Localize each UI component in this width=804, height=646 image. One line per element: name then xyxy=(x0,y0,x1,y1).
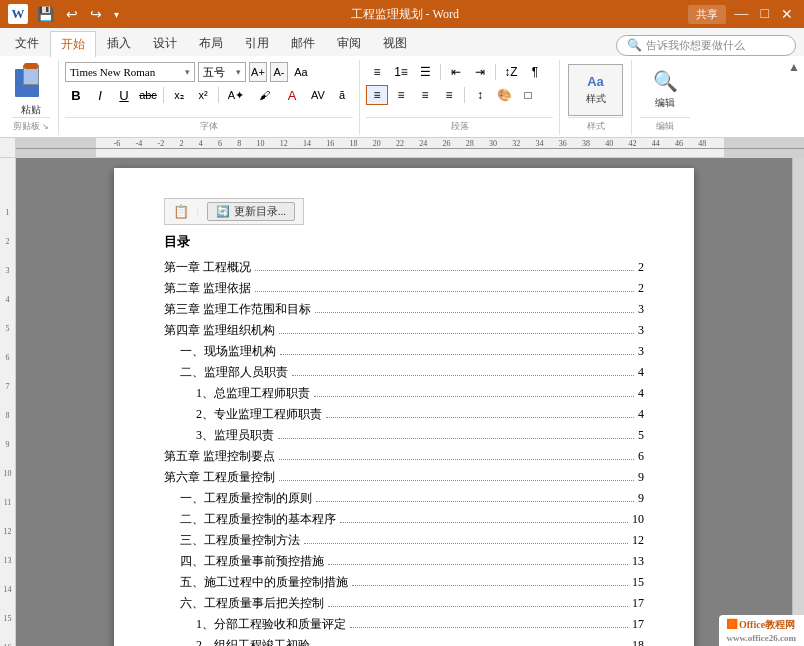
page-container[interactable]: 📋 | 🔄 更新目录... 目录 第一章 工程概况2第二章 监理依据2第三章 监… xyxy=(16,158,792,646)
subscript-btn[interactable]: x₂ xyxy=(168,85,190,105)
ruler-corner xyxy=(0,138,16,158)
paste-area: 粘贴 xyxy=(13,62,49,117)
tab-layout[interactable]: 布局 xyxy=(188,30,234,56)
toc-entry: 2、专业监理工程师职责4 xyxy=(164,404,644,425)
border-btn[interactable]: □ xyxy=(517,85,539,105)
line-spacing-btn[interactable]: ↕ xyxy=(469,85,491,105)
toc-entry-page: 2 xyxy=(638,257,644,278)
toc-entry-page: 17 xyxy=(632,593,644,614)
toc-entry-dots xyxy=(278,438,634,439)
align-left-btn[interactable]: ≡ xyxy=(366,85,388,105)
clear-format-btn[interactable]: Aa xyxy=(291,62,311,82)
font-name-dropdown[interactable]: Times New Roman ▾ xyxy=(65,62,195,82)
tab-file[interactable]: 文件 xyxy=(4,30,50,56)
paste-button[interactable]: 粘贴 xyxy=(13,63,49,117)
toc-entry: 四、工程质量事前预控措施13 xyxy=(164,551,644,572)
edit-button[interactable]: 🔍 编辑 xyxy=(640,64,690,116)
para-group: ≡ 1≡ ☰ ⇤ ⇥ ↕Z ¶ ≡ ≡ ≡ ≡ ↕ 🎨 □ 段落 xyxy=(360,60,560,135)
toc-toolbar: 📋 | 🔄 更新目录... xyxy=(164,198,304,225)
toc-entry-page: 3 xyxy=(638,320,644,341)
save-quick-btn[interactable]: 💾 xyxy=(34,6,57,23)
toc-entry-page: 4 xyxy=(638,383,644,404)
multilevel-btn[interactable]: ☰ xyxy=(414,62,436,82)
redo-quick-btn[interactable]: ↪ xyxy=(87,6,105,23)
toc-entry-page: 9 xyxy=(638,467,644,488)
office-logo-icon: 🅾 xyxy=(727,619,737,630)
font-row1: Times New Roman ▾ 五号 ▾ A+ A- Aa xyxy=(65,62,353,82)
toc-entry: 第一章 工程概况2 xyxy=(164,257,644,278)
char-spacing-btn[interactable]: AV xyxy=(307,85,329,105)
app-bar-right: 共享 — □ ✕ xyxy=(688,5,796,24)
justify-btn[interactable]: ≡ xyxy=(438,85,460,105)
tab-insert[interactable]: 插入 xyxy=(96,30,142,56)
font-color-btn[interactable]: A xyxy=(279,85,305,105)
close-btn[interactable]: ✕ xyxy=(778,6,796,23)
toc-entry-dots xyxy=(340,522,628,523)
scrollbar[interactable] xyxy=(792,158,804,646)
align-center-btn[interactable]: ≡ xyxy=(390,85,412,105)
highlight-btn[interactable]: 🖌 xyxy=(251,85,277,105)
update-toc-button[interactable]: 🔄 更新目录... xyxy=(207,202,295,221)
doc-area: 12345678910111213141516171819202122 📋 | … xyxy=(0,158,804,646)
toc-entry: 第二章 监理依据2 xyxy=(164,278,644,299)
font-size-input[interactable]: 五号 ▾ xyxy=(198,62,246,82)
align-right-btn[interactable]: ≡ xyxy=(414,85,436,105)
numbering-btn[interactable]: 1≡ xyxy=(390,62,412,82)
sep2 xyxy=(218,87,219,103)
toc-entry-text: 第六章 工程质量控制 xyxy=(164,467,275,488)
font-size-decrease[interactable]: A- xyxy=(270,62,288,82)
undo-quick-btn[interactable]: ↩ xyxy=(63,6,81,23)
style-group-label: 样式 xyxy=(568,117,623,133)
search-area: 🔍 告诉我你想要做什么 xyxy=(418,35,804,56)
restore-btn[interactable]: □ xyxy=(758,6,772,22)
shading-btn[interactable]: 🎨 xyxy=(493,85,515,105)
font-size-increase[interactable]: A+ xyxy=(249,62,267,82)
ribbon-collapse-btn[interactable]: ▲ xyxy=(788,60,800,75)
edit-icon: 🔍 xyxy=(653,69,678,93)
sort-btn[interactable]: ↕Z xyxy=(500,62,522,82)
tab-references[interactable]: 引用 xyxy=(234,30,280,56)
toc-entries: 第一章 工程概况2第二章 监理依据2第三章 监理工作范围和目标3第四章 监理组织… xyxy=(164,257,644,646)
customize-quick-btn[interactable]: ▾ xyxy=(111,9,122,20)
styles-button[interactable]: Aa 样式 xyxy=(568,64,623,116)
show-marks-btn[interactable]: ¶ xyxy=(524,62,546,82)
superscript-btn[interactable]: x² xyxy=(192,85,214,105)
office-site: www.office26.com xyxy=(727,633,796,643)
toc-entry-text: 一、现场监理机构 xyxy=(164,341,276,362)
toc-entry-page: 17 xyxy=(632,614,644,635)
toc-entry-page: 18 xyxy=(632,635,644,646)
tab-home[interactable]: 开始 xyxy=(50,31,96,57)
toc-icon: 📋 xyxy=(173,204,189,220)
toc-entry-text: 第三章 监理工作范围和目标 xyxy=(164,299,311,320)
share-button[interactable]: 共享 xyxy=(688,5,726,24)
tab-mailings[interactable]: 邮件 xyxy=(280,30,326,56)
underline-btn[interactable]: U xyxy=(113,85,135,105)
tab-design[interactable]: 设计 xyxy=(142,30,188,56)
toc-entry-dots xyxy=(315,312,634,313)
toc-entry-page: 6 xyxy=(638,446,644,467)
toc-entry-dots xyxy=(328,564,628,565)
phonetic-btn[interactable]: ã xyxy=(331,85,353,105)
toc-entry-page: 10 xyxy=(632,509,644,530)
toc-entry: 1、总监理工程师职责4 xyxy=(164,383,644,404)
toc-entry-dots xyxy=(326,417,634,418)
decrease-indent-btn[interactable]: ⇤ xyxy=(445,62,467,82)
text-effect-btn[interactable]: A✦ xyxy=(223,85,249,105)
tab-review[interactable]: 审阅 xyxy=(326,30,372,56)
toc-separator: | xyxy=(197,207,199,217)
toc-entry-text: 第四章 监理组织机构 xyxy=(164,320,275,341)
toc-entry-page: 3 xyxy=(638,341,644,362)
italic-btn[interactable]: I xyxy=(89,85,111,105)
increase-indent-btn[interactable]: ⇥ xyxy=(469,62,491,82)
toc-entry-page: 9 xyxy=(638,488,644,509)
tab-view[interactable]: 视图 xyxy=(372,30,418,56)
strikethrough-btn[interactable]: abc xyxy=(137,85,159,105)
search-bar[interactable]: 🔍 告诉我你想要做什么 xyxy=(616,35,796,56)
minimize-btn[interactable]: — xyxy=(732,6,752,22)
toc-entry: 第六章 工程质量控制9 xyxy=(164,467,644,488)
toc-entry: 第四章 监理组织机构3 xyxy=(164,320,644,341)
font-name-arrow: ▾ xyxy=(185,67,190,77)
bullets-btn[interactable]: ≡ xyxy=(366,62,388,82)
clipboard-group: 粘贴 剪贴板 ↘ xyxy=(4,60,59,135)
bold-btn[interactable]: B xyxy=(65,85,87,105)
